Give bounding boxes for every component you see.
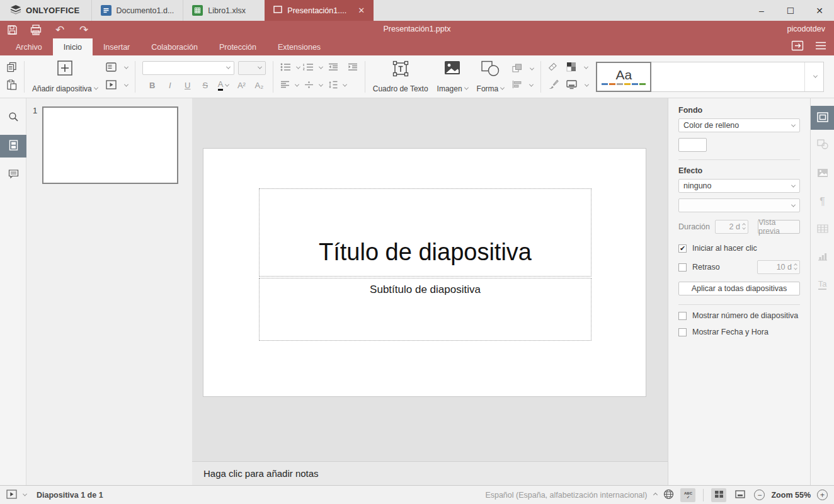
font-name-combobox[interactable] <box>142 61 234 75</box>
clear-style-icon[interactable] <box>548 62 559 74</box>
numbered-list-icon[interactable] <box>303 63 314 73</box>
start-slideshow-statusbar-icon[interactable] <box>6 490 17 501</box>
minimize-button[interactable]: – <box>747 0 776 21</box>
table-settings-button[interactable] <box>811 218 834 241</box>
horizontal-align-icon[interactable] <box>280 81 290 90</box>
delay-spinner[interactable]: 10 d <box>757 260 800 274</box>
zoom-out-button[interactable]: − <box>754 490 765 500</box>
start-slideshow-icon[interactable] <box>106 80 117 91</box>
strikethrough-button[interactable]: S <box>200 81 210 90</box>
undo-button[interactable]: ↶ <box>48 21 72 38</box>
language-selector[interactable]: Español (España, alfabetización internac… <box>485 491 657 500</box>
fit-slide-toggle[interactable] <box>733 488 748 502</box>
text-box-button[interactable]: Cuadro de Texto <box>368 60 433 93</box>
hamburger-menu-icon[interactable] <box>815 42 826 52</box>
add-slide-button[interactable]: Añadir diapositiva <box>28 60 102 93</box>
change-layout-icon[interactable] <box>106 62 117 74</box>
start-on-click-checkbox[interactable]: ✔ <box>678 244 687 253</box>
slide-view-toggle[interactable] <box>711 488 726 502</box>
duration-spinner[interactable]: 2 d <box>715 220 748 234</box>
decrease-indent-icon[interactable] <box>328 63 338 73</box>
shape-button[interactable]: Forma <box>472 60 509 93</box>
effect-type-select[interactable] <box>678 198 800 212</box>
chevron-down-icon[interactable] <box>584 65 588 69</box>
slide-settings-button[interactable] <box>811 106 834 130</box>
chevron-down-icon[interactable] <box>530 66 534 71</box>
print-button[interactable] <box>24 21 48 38</box>
copy-icon[interactable] <box>6 62 17 74</box>
save-button[interactable] <box>0 21 24 38</box>
tab-insertar[interactable]: Insertar <box>93 38 140 55</box>
search-button[interactable] <box>0 107 26 129</box>
app-logo[interactable]: ONLYOFFICE <box>0 0 91 21</box>
line-spacing-icon[interactable] <box>328 81 338 91</box>
set-language-globe-icon[interactable] <box>663 489 674 501</box>
chevron-down-icon[interactable] <box>529 83 534 87</box>
tab-proteccion[interactable]: Protección <box>208 38 267 55</box>
slide-size-icon[interactable] <box>566 80 577 91</box>
arrange-shape-icon[interactable] <box>512 64 522 74</box>
zoom-in-button[interactable]: + <box>817 490 828 500</box>
vertical-align-icon[interactable] <box>304 81 314 91</box>
chevron-down-icon[interactable] <box>319 65 323 69</box>
image-settings-button[interactable] <box>811 163 834 185</box>
show-slide-number-checkbox[interactable] <box>678 312 687 320</box>
paragraph-settings-button[interactable]: ¶ <box>811 190 834 213</box>
notes-area[interactable]: Haga clic para añadir notas <box>192 461 668 485</box>
font-color-button[interactable]: A <box>218 80 224 91</box>
textart-settings-button[interactable]: Ta <box>811 273 834 296</box>
redo-button[interactable]: ↷ <box>72 21 96 38</box>
spin-down-icon[interactable] <box>742 226 746 230</box>
chevron-down-icon[interactable] <box>343 83 347 87</box>
color-scheme-icon[interactable] <box>566 62 576 74</box>
superscript-button[interactable]: A² <box>236 81 246 90</box>
subtitle-placeholder[interactable]: Subtítulo de diapositiva <box>259 278 591 341</box>
theme-thumbnail-selected[interactable]: Aa <box>596 62 651 92</box>
preview-button[interactable]: Vista previa <box>758 220 800 234</box>
bullet-list-icon[interactable] <box>280 63 291 73</box>
font-size-combobox[interactable] <box>238 61 266 75</box>
chevron-down-icon[interactable] <box>585 83 589 87</box>
copy-style-icon[interactable] <box>548 79 559 91</box>
slide-thumbnail-1[interactable] <box>42 106 178 184</box>
increase-indent-icon[interactable] <box>348 63 358 73</box>
subscript-button[interactable]: A₂ <box>254 81 264 90</box>
tab-documento1[interactable]: Documento1.d... <box>91 0 183 21</box>
tab-presentacion1[interactable]: Presentación1.... ✕ <box>265 0 374 21</box>
chevron-down-icon[interactable] <box>296 65 300 69</box>
paste-icon[interactable] <box>6 79 17 92</box>
chevron-down-icon[interactable] <box>319 83 323 87</box>
underline-button[interactable]: U <box>183 81 193 90</box>
fill-color-swatch[interactable] <box>678 138 707 152</box>
slides-panel-button[interactable] <box>0 135 26 158</box>
background-fill-select[interactable]: Color de relleno <box>678 118 800 132</box>
close-button[interactable]: ✕ <box>805 0 834 21</box>
apply-to-all-button[interactable]: Aplicar a todas diapositivas <box>678 282 800 295</box>
theme-gallery-expand-button[interactable] <box>804 62 823 91</box>
tab-archivo[interactable]: Archivo <box>5 38 53 55</box>
italic-button[interactable]: I <box>165 81 175 90</box>
shape-settings-button[interactable] <box>811 134 834 156</box>
show-date-time-checkbox[interactable] <box>678 328 687 336</box>
tab-libro1[interactable]: Libro1.xlsx <box>183 0 265 21</box>
spin-down-icon[interactable] <box>794 266 797 270</box>
zoom-level[interactable]: Zoom 55% <box>771 491 811 500</box>
bold-button[interactable]: B <box>147 81 157 90</box>
tab-inicio[interactable]: Inicio <box>53 38 93 55</box>
tab-colaboracion[interactable]: Colaboración <box>140 38 208 55</box>
chevron-down-icon[interactable] <box>124 65 129 69</box>
slide-canvas[interactable]: Título de diapositiva Subtítulo de diapo… <box>203 148 646 397</box>
maximize-button[interactable]: ☐ <box>776 0 805 21</box>
delay-checkbox[interactable] <box>678 263 687 272</box>
tab-extensiones[interactable]: Extensiones <box>267 38 331 55</box>
align-shape-icon[interactable] <box>512 81 522 90</box>
spellcheck-toggle[interactable]: ABC✓ <box>680 488 695 502</box>
chevron-down-icon[interactable] <box>295 83 299 87</box>
chart-settings-button[interactable] <box>811 246 834 268</box>
effect-select[interactable]: ninguno <box>678 179 800 193</box>
comments-button[interactable] <box>0 164 26 185</box>
chevron-down-icon[interactable] <box>225 83 229 87</box>
title-placeholder[interactable]: Título de diapositiva <box>259 188 591 277</box>
chevron-down-icon[interactable] <box>23 492 27 496</box>
save-copy-icon[interactable] <box>791 40 804 53</box>
